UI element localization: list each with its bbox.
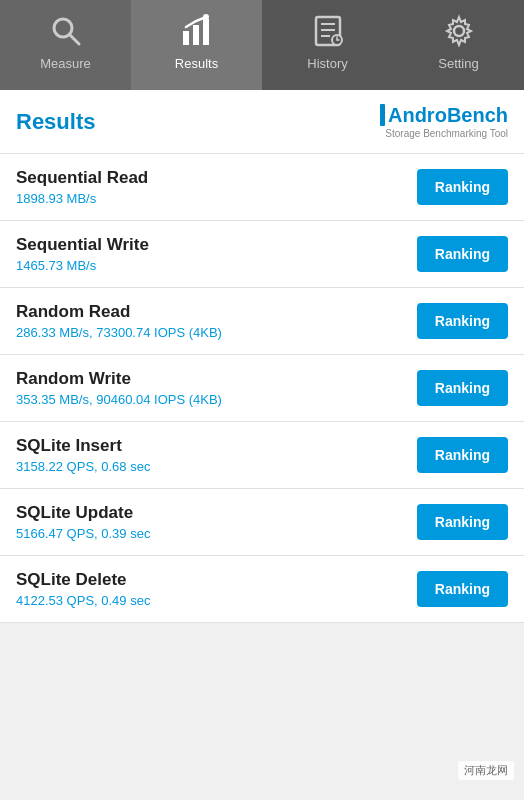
nav-label-measure: Measure [40,56,91,71]
logo: AndroBench Storage Benchmarking Tool [380,104,508,139]
result-name: Random Read [16,302,417,322]
table-row: Random Read286.33 MB/s, 73300.74 IOPS (4… [0,288,524,355]
ranking-button[interactable]: Ranking [417,303,508,339]
svg-point-13 [454,26,464,36]
result-info: Random Write353.35 MB/s, 90460.04 IOPS (… [16,369,417,407]
ranking-button[interactable]: Ranking [417,236,508,272]
ranking-button[interactable]: Ranking [417,169,508,205]
result-info: Sequential Write1465.73 MB/s [16,235,417,273]
page-title: Results [16,109,95,135]
nav-item-history[interactable]: History [262,0,393,90]
result-name: SQLite Insert [16,436,417,456]
result-name: SQLite Delete [16,570,417,590]
result-value: 3158.22 QPS, 0.68 sec [16,459,417,474]
result-value: 4122.53 QPS, 0.49 sec [16,593,417,608]
nav-label-results: Results [175,56,218,71]
svg-point-5 [203,14,209,20]
history-icon [309,12,347,50]
navigation-bar: Measure Results [0,0,524,90]
result-info: SQLite Insert3158.22 QPS, 0.68 sec [16,436,417,474]
table-row: Sequential Read1898.93 MB/sRanking [0,154,524,221]
nav-label-history: History [307,56,347,71]
result-value: 1898.93 MB/s [16,191,417,206]
nav-item-setting[interactable]: Setting [393,0,524,90]
result-info: Sequential Read1898.93 MB/s [16,168,417,206]
logo-text: AndroBench [388,104,508,126]
result-info: Random Read286.33 MB/s, 73300.74 IOPS (4… [16,302,417,340]
page-header: Results AndroBench Storage Benchmarking … [0,90,524,154]
measure-icon [47,12,85,50]
table-row: Sequential Write1465.73 MB/sRanking [0,221,524,288]
table-row: SQLite Update5166.47 QPS, 0.39 secRankin… [0,489,524,556]
svg-rect-2 [183,31,189,45]
nav-item-results[interactable]: Results [131,0,262,90]
result-info: SQLite Update5166.47 QPS, 0.39 sec [16,503,417,541]
logo-part2: Bench [447,104,508,126]
results-list: Sequential Read1898.93 MB/sRankingSequen… [0,154,524,623]
ranking-button[interactable]: Ranking [417,370,508,406]
result-name: Sequential Write [16,235,417,255]
result-value: 353.35 MB/s, 90460.04 IOPS (4KB) [16,392,417,407]
result-info: SQLite Delete4122.53 QPS, 0.49 sec [16,570,417,608]
ranking-button[interactable]: Ranking [417,571,508,607]
ranking-button[interactable]: Ranking [417,437,508,473]
table-row: SQLite Insert3158.22 QPS, 0.68 secRankin… [0,422,524,489]
result-name: Random Write [16,369,417,389]
result-value: 5166.47 QPS, 0.39 sec [16,526,417,541]
result-value: 286.33 MB/s, 73300.74 IOPS (4KB) [16,325,417,340]
results-icon [178,12,216,50]
watermark: 河南龙网 [458,761,514,780]
svg-rect-4 [203,19,209,45]
result-name: SQLite Update [16,503,417,523]
setting-icon [440,12,478,50]
logo-part1: Andro [388,104,447,126]
result-name: Sequential Read [16,168,417,188]
nav-label-setting: Setting [438,56,478,71]
nav-item-measure[interactable]: Measure [0,0,131,90]
table-row: Random Write353.35 MB/s, 90460.04 IOPS (… [0,355,524,422]
table-row: SQLite Delete4122.53 QPS, 0.49 secRankin… [0,556,524,623]
ranking-button[interactable]: Ranking [417,504,508,540]
result-value: 1465.73 MB/s [16,258,417,273]
logo-subtitle: Storage Benchmarking Tool [385,128,508,139]
svg-line-1 [70,35,79,44]
logo-accent-bar [380,104,385,126]
svg-rect-3 [193,25,199,45]
